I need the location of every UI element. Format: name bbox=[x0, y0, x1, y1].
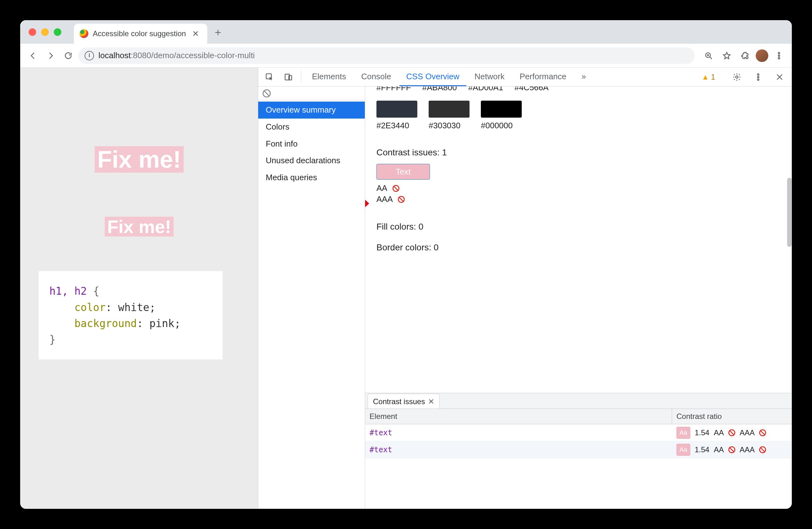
tab-network[interactable]: Network bbox=[468, 68, 511, 86]
inspect-element-icon[interactable] bbox=[261, 68, 278, 86]
annotation-arrow-icon bbox=[365, 192, 369, 215]
issue-element: #text bbox=[365, 443, 672, 456]
warning-count[interactable]: ▲ 1 bbox=[701, 73, 715, 82]
fail-icon bbox=[392, 185, 400, 192]
demo-heading-1: Fix me! bbox=[95, 146, 183, 173]
fill-colors-heading: Fill colors: 0 bbox=[376, 222, 780, 232]
bookmark-star-icon[interactable] bbox=[719, 48, 734, 63]
sidebar-item-unused-declarations[interactable]: Unused declarations bbox=[258, 152, 365, 169]
color-swatch[interactable] bbox=[376, 101, 417, 118]
address-bar[interactable]: i localhost:8080/demo/accessible-color-m… bbox=[78, 47, 695, 64]
color-swatch[interactable] bbox=[429, 101, 469, 118]
fail-icon bbox=[759, 446, 766, 453]
contrast-issues-panel: Contrast issues ✕ Element Contrast ratio… bbox=[365, 393, 792, 509]
clear-icon bbox=[263, 89, 271, 98]
issue-contrast: Aa1.54AAAAA bbox=[672, 442, 792, 458]
profile-avatar[interactable] bbox=[756, 49, 768, 62]
contrast-table-header: Element Contrast ratio bbox=[365, 409, 792, 424]
browser-menu-icon[interactable] bbox=[771, 48, 786, 63]
titlebar: Accessible color suggestion ✕ ＋ bbox=[20, 20, 792, 44]
tab-more[interactable]: » bbox=[575, 68, 593, 86]
devtools-close-icon[interactable] bbox=[771, 73, 788, 82]
contrast-issue-row[interactable]: #textAa1.54AAAAA bbox=[365, 441, 792, 458]
svg-point-7 bbox=[736, 76, 738, 78]
tab-favicon-icon bbox=[79, 29, 88, 38]
tab-console[interactable]: Console bbox=[354, 68, 398, 86]
color-swatch[interactable] bbox=[481, 101, 522, 118]
issue-element: #text bbox=[365, 427, 672, 439]
devtools-tabstrip: Elements Console CSS Overview Network Pe… bbox=[258, 68, 792, 86]
site-info-icon[interactable]: i bbox=[85, 51, 94, 60]
tab-title: Accessible color suggestion bbox=[93, 29, 186, 38]
sidebar-item-media-queries[interactable]: Media queries bbox=[258, 169, 365, 186]
window-controls bbox=[29, 28, 61, 36]
device-toolbar-icon[interactable] bbox=[279, 68, 297, 86]
devtools-panel: Elements Console CSS Overview Network Pe… bbox=[258, 68, 792, 509]
contrast-issues-heading: Contrast issues: 1 bbox=[376, 147, 780, 158]
close-window-button[interactable] bbox=[29, 28, 36, 36]
border-colors-heading: Border colors: 0 bbox=[376, 242, 780, 253]
svg-point-10 bbox=[758, 78, 759, 80]
svg-point-2 bbox=[778, 55, 780, 56]
tab-performance[interactable]: Performance bbox=[512, 68, 573, 86]
col-element: Element bbox=[365, 409, 672, 424]
swatch-hex-label: #FFFFFF bbox=[376, 86, 411, 92]
svg-point-9 bbox=[758, 76, 759, 78]
sidebar-item-colors[interactable]: Colors bbox=[258, 118, 365, 135]
minimize-window-button[interactable] bbox=[41, 28, 49, 36]
swatch-hex-label: #4C566A bbox=[514, 86, 549, 92]
swatch-hex-label: #2E3440 bbox=[376, 121, 417, 130]
devtools-menu-icon[interactable] bbox=[750, 73, 767, 82]
close-icon[interactable]: ✕ bbox=[428, 397, 434, 406]
clear-overview-button[interactable] bbox=[258, 86, 365, 100]
issue-contrast: Aa1.54AAAAA bbox=[672, 425, 792, 441]
swatch-hex-label: #303030 bbox=[429, 121, 469, 130]
css-overview-content: #FFFFFF#ABA800#AD00A1#4C566A #2E3440#303… bbox=[365, 86, 792, 393]
sample-chip-icon: Aa bbox=[677, 444, 690, 456]
tab-elements[interactable]: Elements bbox=[305, 68, 353, 86]
main-area: Fix me! Fix me! h1, h2 { color: white; b… bbox=[20, 68, 792, 509]
col-contrast: Contrast ratio bbox=[672, 409, 792, 424]
sample-chip-icon: Aa bbox=[677, 427, 690, 439]
warning-icon: ▲ bbox=[701, 73, 709, 82]
zoom-icon[interactable] bbox=[701, 48, 716, 63]
aaa-label: AAA bbox=[376, 194, 393, 205]
sidebar-item-font-info[interactable]: Font info bbox=[258, 135, 365, 153]
css-overview-sidebar: Overview summary Colors Font info Unused… bbox=[258, 86, 365, 509]
url-text: localhost:8080/demo/accessible-color-mul… bbox=[99, 51, 255, 60]
rendered-page: Fix me! Fix me! h1, h2 { color: white; b… bbox=[20, 68, 258, 509]
fail-icon bbox=[728, 429, 735, 436]
swatch-hex-label: #ABA800 bbox=[422, 86, 457, 92]
svg-point-8 bbox=[758, 74, 759, 75]
browser-toolbar: i localhost:8080/demo/accessible-color-m… bbox=[20, 44, 792, 68]
fail-icon bbox=[728, 446, 735, 453]
contrast-levels: AA AAA bbox=[376, 183, 780, 205]
svg-point-3 bbox=[778, 57, 780, 59]
svg-point-1 bbox=[778, 52, 780, 54]
swatch-hex-label: #000000 bbox=[481, 121, 522, 130]
contrast-issue-row[interactable]: #textAa1.54AAAAA bbox=[365, 424, 792, 441]
reload-button[interactable] bbox=[61, 48, 76, 63]
extensions-icon[interactable] bbox=[738, 48, 753, 63]
new-tab-button[interactable]: ＋ bbox=[211, 25, 226, 40]
fail-icon bbox=[398, 196, 405, 203]
maximize-window-button[interactable] bbox=[54, 28, 61, 36]
demo-heading-2: Fix me! bbox=[105, 217, 174, 237]
contrast-issues-tab[interactable]: Contrast issues ✕ bbox=[368, 394, 440, 409]
tab-css-overview[interactable]: CSS Overview bbox=[400, 68, 466, 86]
sidebar-item-overview-summary[interactable]: Overview summary bbox=[258, 102, 365, 118]
devtools-settings-icon[interactable] bbox=[728, 73, 746, 82]
swatch-hex-label: #AD00A1 bbox=[468, 86, 503, 92]
tab-close-button[interactable]: ✕ bbox=[190, 29, 201, 39]
fail-icon bbox=[759, 429, 766, 436]
scrollbar-thumb[interactable] bbox=[787, 178, 792, 247]
back-button[interactable] bbox=[26, 48, 41, 63]
browser-window: Accessible color suggestion ✕ ＋ i localh… bbox=[20, 20, 792, 509]
code-snippet: h1, h2 { color: white; background: pink;… bbox=[39, 271, 223, 359]
contrast-text-chip[interactable]: Text bbox=[376, 164, 430, 180]
aa-label: AA bbox=[376, 183, 388, 194]
forward-button[interactable] bbox=[43, 48, 58, 63]
browser-tab[interactable]: Accessible color suggestion ✕ bbox=[74, 24, 207, 44]
